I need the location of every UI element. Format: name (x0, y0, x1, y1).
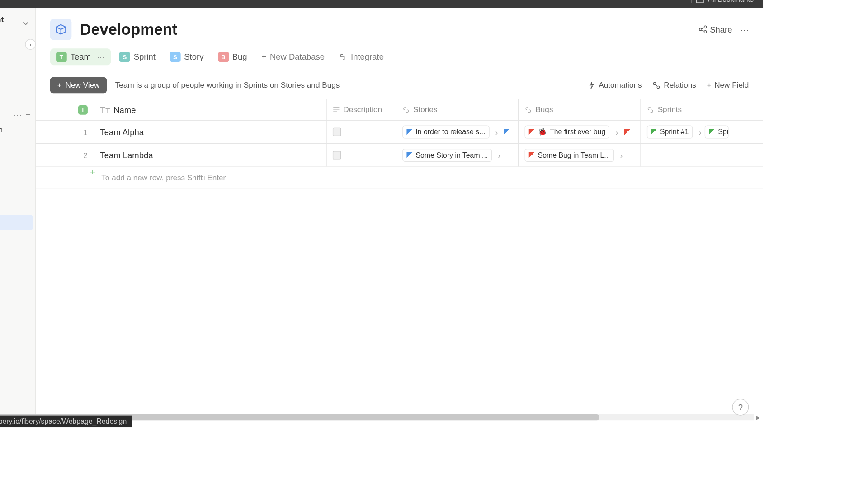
col-name[interactable]: TᴛName (94, 99, 326, 120)
add-row-plus-icon: + (36, 167, 95, 188)
chevron-right-icon[interactable]: › (699, 127, 702, 136)
cell-desc[interactable] (326, 121, 396, 143)
col-bugs[interactable]: Bugs (519, 99, 641, 120)
sidebar-my-space[interactable]: My Space (0, 87, 33, 103)
db-tab-story[interactable]: SStory (164, 48, 209, 65)
page-title[interactable]: Development (80, 20, 690, 39)
sprint-flag-icon (651, 129, 657, 135)
svg-line-61 (656, 84, 658, 86)
bug-emoji-icon: 🐞 (538, 128, 547, 136)
cell-bugs[interactable]: 🐞The first ever bug› (519, 121, 641, 143)
sidebar-releases[interactable]: Releases (0, 354, 33, 370)
cell-name[interactable]: Team Lambda (94, 144, 326, 166)
cell-num: 2 (36, 144, 94, 166)
db-tab-bug[interactable]: BBug (212, 48, 253, 65)
sidebar-item-readme[interactable]: Read.me (0, 137, 33, 153)
link-icon (402, 106, 410, 113)
team-badge-icon: T (78, 105, 88, 114)
sidebar-item-work-by-team[interactable]: Work by Team (0, 308, 33, 323)
cell-stories[interactable]: In order to release s...› (396, 121, 519, 143)
cell-bugs[interactable]: Some Bug in Team L...› (519, 144, 641, 166)
new-database-button[interactable]: +New Database (255, 49, 330, 65)
main-content: Development Share ⋯ TTeam⋯ SSprint SStor… (36, 8, 763, 419)
doc-preview-icon (333, 128, 341, 136)
share-icon (698, 25, 707, 33)
col-rownum: T (36, 99, 94, 120)
sidebar-item-all-bugs[interactable]: All Bugs (0, 339, 33, 354)
svg-point-60 (657, 86, 660, 88)
sidebar-item-requirements[interactable]: Requirements (0, 168, 33, 183)
sidebar-item-teams[interactable]: Teams (0, 292, 33, 308)
page-icon[interactable] (50, 19, 71, 40)
space-add-icon[interactable]: + (26, 110, 31, 119)
help-button[interactable]: ? (732, 399, 749, 416)
story-chip[interactable]: Some Story in Team ... (402, 149, 492, 162)
page-more-icon[interactable]: ⋯ (741, 25, 749, 34)
sidebar-item-tasks[interactable]: Tasks (0, 199, 33, 215)
sidebar-item-development[interactable]: Development (0, 215, 33, 230)
cell-desc[interactable] (326, 144, 396, 166)
sidebar-item-customize[interactable]: Customize.me (0, 261, 33, 277)
sidebar-favorites[interactable]: Favorites (0, 72, 33, 87)
col-sprints[interactable]: Sprints (641, 99, 763, 120)
col-stories[interactable]: Stories (396, 99, 519, 120)
tab-more-icon[interactable]: ⋯ (97, 52, 105, 61)
story-chip[interactable]: In order to release s... (402, 125, 489, 138)
bug-chip[interactable]: 🐞The first ever bug (525, 125, 610, 138)
sidebar-space-root[interactable]: ▾ Webpage Redesign ⋯ + (0, 108, 35, 122)
share-button[interactable]: Share (698, 25, 732, 34)
sprint-chip[interactable]: Spr (705, 125, 729, 138)
cell-sprints[interactable] (641, 144, 763, 166)
story-flag-icon (504, 129, 510, 135)
cell-stories[interactable]: Some Story in Team ...› (396, 144, 519, 166)
col-description[interactable]: Description (326, 99, 396, 120)
relations-button[interactable]: Relations (652, 81, 696, 90)
db-tab-team[interactable]: TTeam⋯ (50, 48, 111, 65)
svg-point-59 (654, 82, 656, 84)
workspace-switcher[interactable]: Software Development 6ad8d3d1 (0, 12, 35, 35)
table-row[interactable]: 1 Team Alpha In order to release s...› 🐞… (36, 121, 763, 144)
chevron-right-icon[interactable]: › (498, 150, 500, 160)
chevron-right-icon[interactable]: › (495, 127, 498, 136)
sprint-chip[interactable]: Sprint #1 (647, 125, 693, 138)
table-row[interactable]: 2 Team Lambda Some Story in Team ...› So… (36, 144, 763, 167)
svg-point-54 (704, 26, 706, 28)
story-flag-icon (407, 152, 413, 158)
sidebar-releases-child[interactable]: Releases (0, 370, 33, 385)
new-view-button[interactable]: +New View (50, 77, 107, 94)
add-row[interactable]: + To add a new row, press Shift+Enter (36, 167, 763, 188)
db-tab-sprint[interactable]: SSprint (113, 48, 161, 65)
sidebar-item-ideas[interactable]: Ideas (0, 153, 33, 168)
chevron-right-icon[interactable]: › (620, 150, 623, 160)
space-more-icon[interactable]: ⋯ (14, 110, 22, 119)
cell-name[interactable]: Team Alpha (94, 121, 326, 143)
chevron-down-icon (22, 19, 29, 27)
sidebar-item-all-stories[interactable]: All Stories (0, 323, 33, 338)
cell-sprints[interactable]: Sprint #1›Spr (641, 121, 763, 143)
sidebar-item-connections[interactable]: Connections (0, 246, 33, 261)
sidebar-collapse-toggle[interactable]: ‹ (25, 39, 36, 50)
link-icon (647, 106, 654, 113)
table-header-row: T TᴛName Description Stories Bugs Sprint… (36, 99, 763, 120)
view-toolbar: +New View Team is a group of people work… (36, 71, 763, 99)
svg-line-57 (702, 28, 704, 29)
bolt-icon (587, 81, 595, 89)
bug-flag-icon (529, 129, 535, 135)
new-field-button[interactable]: +New Field (707, 81, 749, 90)
chevron-right-icon[interactable]: › (616, 127, 618, 136)
plus-icon: + (57, 81, 62, 90)
sprint-badge-icon: S (119, 52, 130, 62)
sidebar-item-requirements-form[interactable]: Requirements form (0, 122, 33, 137)
svg-point-55 (699, 28, 701, 31)
scroll-right-icon[interactable]: ▶ (755, 414, 762, 420)
sidebar-item-readme2[interactable]: Read.me (0, 230, 33, 246)
integrate-button[interactable]: Integrate (333, 49, 390, 65)
all-bookmarks-link[interactable]: All Bookmarks (708, 0, 754, 4)
bug-chip[interactable]: Some Bug in Team L... (525, 149, 614, 162)
story-flag-icon (407, 129, 413, 135)
sidebar-item-dev-wiki[interactable]: Dev Wiki (0, 277, 33, 292)
sidebar-item-tasks-by-state[interactable]: Tasks by State (0, 184, 33, 199)
automations-button[interactable]: Automations (587, 81, 642, 90)
relations-icon (652, 81, 660, 89)
sidebar-inbox[interactable]: Inbox (0, 50, 33, 66)
